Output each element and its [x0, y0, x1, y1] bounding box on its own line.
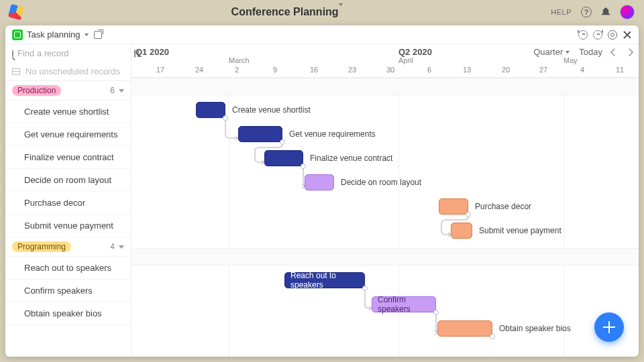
expand-view-icon[interactable] [94, 31, 102, 39]
timeline-bar[interactable]: Confirm speakers [372, 296, 436, 312]
timeline-bar[interactable] [264, 150, 303, 166]
next-period-icon[interactable] [625, 48, 633, 56]
group-count: 6 [110, 86, 115, 95]
month-label: April [398, 56, 413, 64]
timeline-bar-label: Obtain speaker bios [499, 324, 571, 333]
month-label: May [564, 56, 578, 64]
task-row[interactable]: Confirm speakers [5, 280, 131, 302]
day-label: 4 [580, 66, 584, 74]
timeline-bar[interactable] [439, 198, 468, 215]
prev-period-icon[interactable] [610, 48, 618, 56]
timeline-bar-label: Purchase decor [475, 202, 531, 211]
timeline-bar-label: Get venue requirements [289, 129, 376, 139]
search-input[interactable] [17, 48, 130, 58]
month-gridline [229, 78, 229, 357]
day-label: 11 [616, 66, 624, 74]
day-label: 9 [273, 66, 277, 74]
task-row[interactable]: Finalize venue contract [5, 146, 131, 169]
view-header: Task planning [5, 25, 639, 44]
timeline-bar-label: Submit venue payment [479, 226, 561, 235]
task-row[interactable]: Get venue requirements [5, 123, 131, 146]
group-pill: Production [12, 85, 61, 96]
chevron-down-icon [119, 89, 124, 93]
timeline-bar[interactable] [238, 126, 282, 142]
view-modal: Task planning No unscheduled records Pro… [5, 25, 639, 357]
task-row[interactable]: Purchase decor [5, 192, 131, 215]
timeline-bar[interactable] [305, 174, 334, 190]
chevron-down-icon [339, 3, 343, 17]
dependency-line [225, 118, 238, 138]
day-label: 27 [539, 66, 547, 74]
month-gridline [398, 78, 399, 357]
group-count: 4 [110, 242, 115, 251]
timeline-body[interactable]: Create venue shortlistGet venue requirem… [131, 78, 639, 357]
group-pill: Programming [12, 241, 71, 252]
unscheduled-records[interactable]: No unscheduled records [5, 62, 131, 81]
group-header[interactable]: Programming4 [5, 237, 131, 257]
chevron-down-icon [85, 34, 89, 36]
record-sidebar: No unscheduled records Production6Create… [5, 44, 131, 357]
task-row[interactable]: Obtain speaker bios [5, 302, 131, 325]
redo-icon[interactable] [593, 30, 602, 40]
dependency-line [365, 288, 372, 308]
notifications-icon[interactable] [601, 7, 610, 17]
dependency-handle[interactable] [466, 212, 471, 217]
task-row[interactable]: Submit venue payment [5, 215, 131, 237]
dependency-handle[interactable] [362, 286, 368, 291]
task-row[interactable]: Reach out to speakers [5, 257, 131, 280]
dependency-handle[interactable] [280, 139, 285, 145]
day-label: 17 [156, 66, 164, 74]
help-link[interactable]: HELP [551, 8, 572, 16]
add-record-button[interactable] [594, 312, 624, 342]
view-name: Task planning [27, 29, 80, 40]
quarter-label: Q2 2020 [398, 47, 432, 57]
chevron-down-icon [119, 245, 124, 249]
timescale-selector[interactable]: Quarter [533, 47, 570, 57]
view-switcher[interactable]: Task planning [12, 29, 89, 40]
undo-icon[interactable] [578, 30, 588, 40]
day-label: 23 [348, 66, 356, 74]
month-label: March [229, 56, 250, 64]
day-label: 13 [463, 66, 471, 74]
timeline-bar[interactable] [451, 223, 472, 239]
timeline-view-icon [12, 29, 23, 40]
dependency-handle[interactable] [490, 334, 495, 339]
day-label: 20 [502, 66, 510, 74]
grid-icon [12, 68, 20, 75]
timeline-bar[interactable] [437, 320, 492, 337]
day-label: 2 [235, 66, 239, 74]
day-label: 16 [310, 66, 318, 74]
quarter-label: Q1 2020 [136, 47, 169, 57]
group-header[interactable]: Production6 [5, 81, 131, 101]
user-avatar[interactable] [620, 5, 635, 19]
task-row[interactable]: Create venue shortlist [5, 101, 131, 123]
day-label: 6 [427, 66, 431, 74]
help-icon[interactable]: ? [581, 7, 592, 17]
dependency-handle[interactable] [223, 115, 228, 121]
search-icon [12, 50, 13, 58]
settings-icon[interactable] [608, 30, 617, 40]
timeline-bar-label: Finalize venue contract [310, 154, 392, 163]
chevron-down-icon [566, 51, 570, 54]
month-gridline [564, 78, 564, 357]
day-label: 30 [386, 66, 394, 74]
dependency-handle[interactable] [301, 164, 306, 169]
dependency-handle[interactable] [433, 310, 439, 315]
group-strip [131, 78, 639, 95]
task-row[interactable]: Decide on room layout [5, 169, 131, 192]
airtable-logo-icon[interactable] [8, 4, 24, 20]
group-strip [131, 248, 639, 265]
day-label: 24 [195, 66, 203, 74]
close-icon[interactable] [623, 30, 632, 40]
timeline-bar[interactable]: Reach out to speakers [284, 272, 365, 288]
base-title[interactable]: Conference Planning [23, 6, 551, 18]
timeline-bar-label: Create venue shortlist [232, 105, 311, 115]
today-button[interactable]: Today [579, 47, 602, 57]
timeline-bar-label: Decide on room layout [341, 178, 421, 187]
timeline-bar[interactable] [196, 102, 225, 118]
timeline-pane: Q1 2020Q2 2020 MarchAprilMay 17242916233… [131, 44, 639, 357]
timeline-header: Q1 2020Q2 2020 MarchAprilMay 17242916233… [131, 44, 639, 78]
